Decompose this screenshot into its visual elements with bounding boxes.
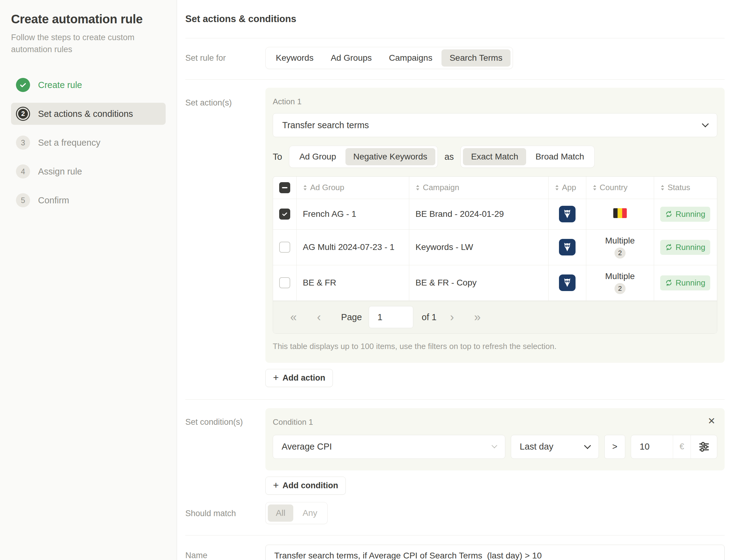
cell-ad-group: BE & FR (303, 278, 336, 287)
owl-app-icon (559, 274, 576, 291)
table-row: AG Multi 2024-07-23 - 1 Keywords - LW Mu… (273, 229, 717, 265)
col-header-status[interactable]: Status (668, 183, 690, 192)
page-title: Create automation rule (11, 12, 166, 26)
step-label: Create rule (38, 80, 82, 90)
last-page-button[interactable]: » (474, 311, 481, 323)
match-option-exact[interactable]: Exact Match (463, 148, 526, 165)
cell-campaign: Keywords - LW (416, 242, 473, 252)
condition-period-value: Last day (520, 442, 554, 452)
step-number-icon: 2 (16, 107, 30, 121)
match-type-segmented-control: Exact Match Broad Match (461, 146, 595, 168)
set-rule-for-label: Set rule for (185, 53, 265, 63)
chevron-down-icon (584, 442, 591, 449)
sort-icon[interactable] (416, 185, 420, 191)
set-actions-label: Set action(s) (185, 88, 265, 387)
action-type-select[interactable]: Transfer search terms (273, 113, 717, 137)
currency-euro-label: € (673, 435, 691, 458)
status-badge: Running (660, 275, 710, 290)
row-checkbox-unchecked[interactable] (279, 277, 290, 288)
first-page-button[interactable]: « (290, 311, 297, 323)
set-conditions-label: Set condition(s) (185, 408, 265, 495)
set-actions-row: Set action(s) Action 1 Transfer search t… (185, 80, 725, 400)
cell-campaign: BE Brand - 2024-01-29 (416, 209, 504, 219)
transfer-target-segmented-control: Ad Group Negative Keywords (289, 146, 438, 168)
prev-page-button[interactable]: ‹ (317, 311, 321, 323)
col-header-country[interactable]: Country (600, 183, 628, 192)
country-multiple: Multiple2 (592, 236, 648, 259)
row-checkbox-unchecked[interactable] (279, 242, 290, 253)
transfer-target-row: To Ad Group Negative Keywords as Exact M… (273, 146, 717, 168)
match-option-all[interactable]: All (268, 504, 293, 522)
select-all-checkbox[interactable] (279, 182, 290, 193)
owl-app-icon (559, 206, 576, 222)
step-number-icon: 5 (16, 193, 30, 207)
condition-period-select[interactable]: Last day (511, 435, 599, 459)
country-count-badge: 2 (615, 283, 626, 294)
close-icon[interactable]: ✕ (708, 416, 715, 426)
section-heading-row: Set actions & conditions (185, 0, 725, 38)
condition-metric-select[interactable]: Average CPI (273, 435, 505, 459)
rule-name-input[interactable] (265, 545, 725, 560)
match-option-any[interactable]: Any (294, 504, 325, 522)
step-done-check-icon (16, 78, 30, 92)
chevron-down-icon (702, 121, 709, 128)
ad-groups-table: Ad Group Campaign App Country Status (273, 176, 717, 334)
condition-value-group: € (631, 435, 717, 459)
step-assign-rule[interactable]: 4 Assign rule (11, 160, 166, 182)
match-option-broad[interactable]: Broad Match (527, 148, 592, 165)
create-automation-rule-page: Create automation rule Follow the steps … (0, 0, 732, 560)
section-heading: Set actions & conditions (185, 13, 296, 25)
add-condition-button[interactable]: + Add condition (265, 477, 346, 495)
step-label: Set actions & conditions (38, 109, 133, 119)
rule-for-option-campaigns[interactable]: Campaigns (381, 49, 441, 67)
owl-app-icon (559, 239, 576, 255)
sort-icon[interactable] (660, 185, 665, 191)
action-type-value: Transfer search terms (282, 120, 369, 130)
cell-ad-group: French AG - 1 (303, 209, 356, 219)
col-header-campaign[interactable]: Campaign (423, 183, 459, 192)
should-match-label: Should match (185, 502, 265, 524)
target-option-negative-keywords[interactable]: Negative Keywords (345, 148, 435, 165)
cell-campaign: BE & FR - Copy (416, 278, 477, 287)
name-label: Name (185, 545, 265, 560)
table-row: French AG - 1 BE Brand - 2024-01-29 Runn… (273, 199, 717, 229)
pagination: « ‹ Page of 1 › » (273, 301, 717, 333)
condition-inputs-row: Average CPI Last day > € (273, 435, 717, 459)
status-badge: Running (660, 240, 710, 255)
plus-icon: + (273, 480, 279, 490)
step-set-frequency[interactable]: 3 Set a frequency (11, 132, 166, 154)
step-label: Confirm (38, 195, 69, 205)
name-row: Name (185, 535, 725, 560)
col-header-ad-group[interactable]: Ad Group (310, 183, 344, 192)
value-settings-button[interactable] (691, 435, 717, 458)
rule-for-option-ad-groups[interactable]: Ad Groups (323, 49, 380, 67)
condition-value-input[interactable] (631, 435, 673, 458)
next-page-button[interactable]: › (450, 311, 454, 323)
table-row: BE & FR BE & FR - Copy Multiple2 Running (273, 265, 717, 301)
action-panel: Action 1 Transfer search terms To Ad Gro… (265, 88, 725, 363)
rule-for-segmented-control: Keywords Ad Groups Campaigns Search Term… (265, 47, 513, 69)
page-number-input[interactable] (369, 306, 413, 328)
country-count-badge: 2 (615, 247, 626, 259)
step-confirm[interactable]: 5 Confirm (11, 189, 166, 211)
row-checkbox-checked[interactable] (279, 209, 290, 220)
page-label: Page (341, 312, 362, 322)
sort-icon[interactable] (555, 185, 559, 191)
refresh-icon (665, 210, 673, 218)
target-option-ad-group[interactable]: Ad Group (291, 148, 344, 165)
wizard-steps: Create rule 2 Set actions & conditions 3… (11, 74, 166, 211)
main-content: Set actions & conditions Set rule for Ke… (177, 0, 732, 560)
col-header-app[interactable]: App (562, 183, 576, 192)
add-action-button[interactable]: + Add action (265, 369, 333, 387)
step-number-icon: 4 (16, 164, 30, 178)
sort-icon[interactable] (592, 185, 597, 191)
table-header-row: Ad Group Campaign App Country Status (273, 177, 717, 199)
step-create-rule[interactable]: Create rule (11, 74, 166, 96)
rule-for-option-keywords[interactable]: Keywords (268, 49, 321, 67)
condition-operator-button[interactable]: > (604, 435, 625, 459)
sort-icon[interactable] (303, 185, 307, 191)
step-set-actions-conditions[interactable]: 2 Set actions & conditions (11, 103, 166, 125)
rule-for-option-search-terms[interactable]: Search Terms (442, 49, 510, 67)
to-label: To (273, 152, 282, 162)
as-label: as (445, 152, 454, 162)
